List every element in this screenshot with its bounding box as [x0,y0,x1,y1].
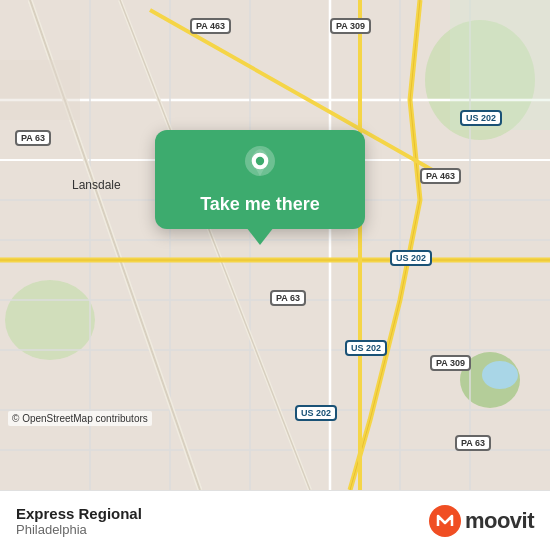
road-badge-us202-mid: US 202 [390,250,432,266]
bottom-title: Express Regional [16,505,142,522]
svg-point-4 [482,361,518,389]
moovit-icon [429,505,461,537]
popup-label: Take me there [200,194,320,215]
place-label: Lansdale [72,178,121,192]
road-badge-pa463-mid: PA 463 [420,168,461,184]
road-badge-us202-lower: US 202 [345,340,387,356]
popup-card[interactable]: Take me there [155,130,365,229]
road-badge-pa63-left: PA 63 [15,130,51,146]
road-badge-pa463-top: PA 463 [190,18,231,34]
pin-icon [240,146,280,186]
svg-rect-27 [0,60,80,120]
moovit-text: moovit [465,508,534,534]
moovit-logo: moovit [429,505,534,537]
osm-attribution: © OpenStreetMap contributors [8,411,152,426]
bottom-bar: Express Regional Philadelphia moovit [0,490,550,550]
road-badge-pa309-lower: PA 309 [430,355,471,371]
map-container: PA 463 PA 309 PA 63 US 202 PA 463 US 202… [0,0,550,490]
road-badge-us202-right: US 202 [460,110,502,126]
bottom-subtitle: Philadelphia [16,522,142,537]
road-badge-pa309-top: PA 309 [330,18,371,34]
svg-point-2 [5,280,95,360]
bottom-info: Express Regional Philadelphia [16,505,142,537]
road-badge-us202-bottom: US 202 [295,405,337,421]
svg-point-31 [256,157,264,165]
road-badge-pa63-bottom: PA 63 [455,435,491,451]
road-badge-pa63-mid: PA 63 [270,290,306,306]
